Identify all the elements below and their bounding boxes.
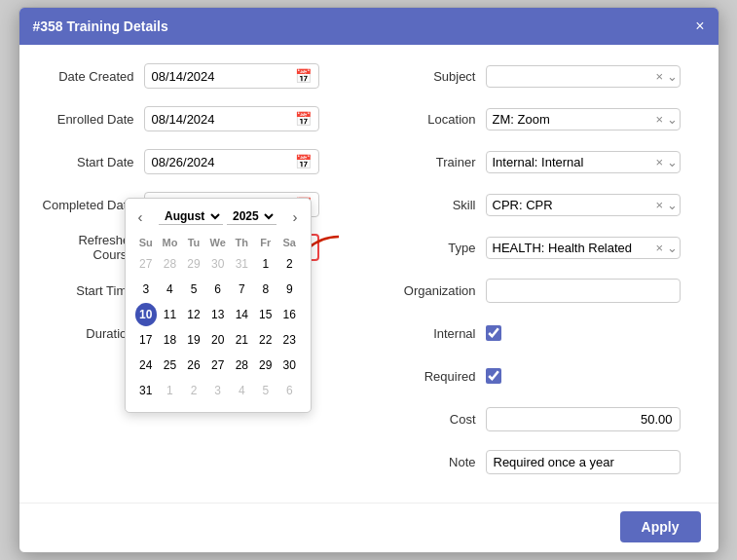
calendar-day-cell[interactable]: 17: [135, 328, 158, 352]
calendar-day-cell[interactable]: 22: [255, 328, 276, 352]
calendar-day-cell[interactable]: 26: [183, 354, 204, 377]
calendar-day-cell[interactable]: 27: [135, 252, 158, 276]
trainer-input-wrap: × ⌄: [486, 151, 701, 173]
calendar-day-cell[interactable]: 11: [159, 303, 181, 326]
enrolled-date-input[interactable]: [152, 112, 259, 127]
calendar-day-cell[interactable]: 7: [231, 278, 252, 301]
calendar-day-cell[interactable]: 4: [231, 379, 252, 402]
calendar-day-cell[interactable]: 18: [159, 328, 181, 352]
trainer-dropdown-button[interactable]: ⌄: [667, 155, 678, 169]
calendar-day-cell[interactable]: 29: [255, 354, 276, 377]
dialog-title: #358 Training Details: [33, 19, 168, 34]
calendar-day-cell[interactable]: 27: [206, 354, 229, 377]
organization-input[interactable]: [486, 279, 681, 303]
enrolled-date-field[interactable]: 📅: [144, 106, 319, 131]
start-date-input-wrap: 📅: [144, 149, 359, 174]
type-row: Type × ⌄: [379, 232, 701, 263]
calendar-day-cell[interactable]: 30: [278, 354, 301, 377]
type-dropdown-button[interactable]: ⌄: [667, 241, 678, 255]
note-input[interactable]: [486, 450, 681, 474]
calendar-day-cell[interactable]: 24: [135, 354, 158, 377]
subject-input-wrap: × ⌄: [486, 65, 701, 88]
calendar-day-header: Tu: [183, 235, 204, 250]
date-created-field[interactable]: 📅: [144, 63, 319, 89]
trainer-input[interactable]: [493, 155, 656, 169]
trainer-clear-button[interactable]: ×: [656, 155, 664, 169]
calendar-day-cell[interactable]: 6: [206, 278, 229, 301]
type-select[interactable]: × ⌄: [486, 237, 681, 259]
calendar-icon-enrolled: 📅: [295, 111, 312, 127]
calendar-day-cell[interactable]: 2: [278, 252, 301, 276]
calendar-icon: 📅: [295, 68, 312, 84]
location-input-wrap: × ⌄: [486, 108, 701, 131]
location-clear-button[interactable]: ×: [656, 112, 664, 127]
internal-checkbox[interactable]: [486, 325, 501, 341]
type-clear-button[interactable]: ×: [656, 241, 664, 255]
calendar-day-cell[interactable]: 4: [159, 278, 181, 301]
calendar-day-cell[interactable]: 19: [183, 328, 204, 352]
location-input[interactable]: [493, 112, 656, 127]
calendar-day-cell[interactable]: 15: [255, 303, 276, 326]
calendar-day-cell[interactable]: 28: [231, 354, 252, 377]
type-input[interactable]: [493, 241, 656, 255]
close-button[interactable]: ×: [695, 18, 704, 35]
calendar-body: 2728293031123456789101112131415161718192…: [135, 252, 301, 402]
calendar-day-cell[interactable]: 29: [183, 252, 204, 276]
cost-row: Cost: [379, 403, 701, 434]
calendar-month-select[interactable]: August: [159, 208, 223, 225]
required-checkbox[interactable]: [486, 368, 501, 384]
skill-select[interactable]: × ⌄: [486, 194, 681, 216]
skill-input[interactable]: [493, 198, 656, 212]
type-input-wrap: × ⌄: [486, 237, 701, 259]
calendar-day-cell[interactable]: 1: [159, 379, 181, 402]
date-created-input[interactable]: [152, 69, 259, 84]
calendar-day-cell[interactable]: 3: [206, 379, 229, 402]
start-date-field[interactable]: 📅: [144, 149, 319, 174]
calendar-day-cell[interactable]: 8: [255, 278, 276, 301]
organization-label: Organization: [379, 283, 486, 298]
calendar-day-cell[interactable]: 20: [206, 328, 229, 352]
calendar-day-header: Mo: [159, 235, 181, 250]
trainer-select[interactable]: × ⌄: [486, 151, 681, 173]
calendar-day-cell[interactable]: 13: [206, 303, 229, 326]
calendar-day-cell[interactable]: 10: [135, 303, 158, 326]
enrolled-date-row: Enrolled Date 📅: [37, 103, 359, 134]
calendar-day-cell[interactable]: 14: [231, 303, 252, 326]
trainer-row: Trainer × ⌄: [379, 146, 701, 177]
calendar-day-cell[interactable]: 30: [206, 252, 229, 276]
calendar-day-cell[interactable]: 9: [278, 278, 301, 301]
calendar-prev-button[interactable]: ‹: [133, 206, 148, 227]
internal-row: Internal: [379, 317, 701, 349]
calendar-day-cell[interactable]: 12: [183, 303, 204, 326]
location-select[interactable]: × ⌄: [486, 108, 681, 131]
subject-clear-button[interactable]: ×: [656, 69, 664, 84]
calendar-day-cell[interactable]: 23: [278, 328, 301, 352]
calendar-day-cell[interactable]: 3: [135, 278, 158, 301]
internal-input-wrap: [486, 325, 701, 341]
start-date-input[interactable]: [152, 155, 259, 169]
calendar-day-cell[interactable]: 28: [159, 252, 181, 276]
calendar-year-select[interactable]: 2025: [227, 208, 276, 225]
calendar-day-cell[interactable]: 25: [159, 354, 181, 377]
cost-input[interactable]: [486, 407, 681, 431]
location-row: Location × ⌄: [379, 103, 701, 134]
calendar-day-cell[interactable]: 21: [231, 328, 252, 352]
skill-clear-button[interactable]: ×: [656, 198, 664, 212]
location-dropdown-button[interactable]: ⌄: [667, 112, 678, 127]
calendar-day-cell[interactable]: 1: [255, 252, 276, 276]
calendar-day-cell[interactable]: 6: [278, 379, 301, 402]
subject-dropdown-button[interactable]: ⌄: [667, 69, 678, 84]
calendar-day-cell[interactable]: 16: [278, 303, 301, 326]
skill-dropdown-button[interactable]: ⌄: [667, 198, 678, 212]
calendar-day-cell[interactable]: 2: [183, 379, 204, 402]
calendar-day-cell[interactable]: 5: [255, 379, 276, 402]
calendar-day-cell[interactable]: 5: [183, 278, 204, 301]
calendar-day-cell[interactable]: 31: [231, 252, 252, 276]
date-created-input-wrap: 📅: [144, 63, 359, 89]
subject-select[interactable]: × ⌄: [486, 65, 681, 88]
note-row: Note: [379, 446, 701, 477]
apply-button[interactable]: Apply: [620, 511, 701, 542]
calendar-day-cell[interactable]: 31: [135, 379, 158, 402]
subject-input[interactable]: [493, 69, 656, 84]
calendar-next-button[interactable]: ›: [288, 206, 303, 227]
